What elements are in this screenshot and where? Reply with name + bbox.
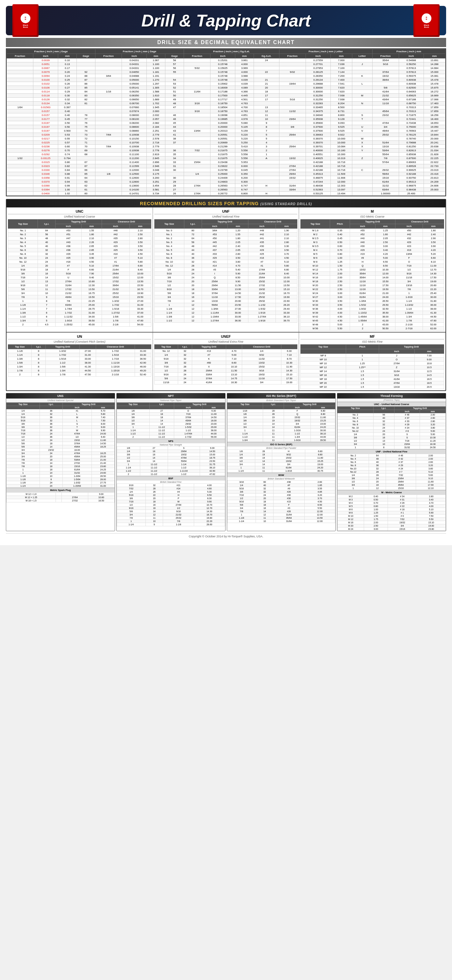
- table-row: MF 81J7.00: [301, 354, 444, 358]
- table-row: 1-1/481-7/3231.001-5/1633.30: [8, 353, 151, 357]
- unef-title: UNEF: [154, 334, 298, 339]
- th-tap-drill-mf: Tapping Drill: [379, 345, 444, 349]
- table-row: 11/162441/6416.303/419.00: [154, 380, 298, 385]
- table-row: 0.01340.34810.067001.702483/160.187504.7…: [7, 102, 446, 105]
- table-row: No. 1032#213.80#75.10: [154, 260, 298, 264]
- th-tap-size-m: Tap Size: [301, 220, 330, 229]
- table-row: 9/161833/6413.0019/3215.10: [154, 288, 298, 291]
- unc-section: UNC Unified National Coarse Tap Size t.p…: [6, 207, 153, 332]
- bsw-subtitle: British Standard Whitworth: [227, 477, 336, 480]
- table-row: 5/1632K7.1011/328.70: [154, 357, 298, 361]
- table-row: 1-1/4111-3/1630.75: [227, 469, 335, 473]
- table-row: 1-3/481-5/841.301-13/1646.00: [8, 365, 151, 369]
- th-tap-mm-unf: mm: [228, 224, 248, 229]
- th-tap-size-unc: Tap Size: [8, 220, 38, 229]
- th-pitch-m: Pitch: [330, 220, 350, 229]
- th-letter-4: Letter: [352, 54, 372, 59]
- table-row: 1/2361/29.40: [6, 436, 115, 439]
- nps-subtitle: National Pipe Straight: [117, 443, 225, 446]
- table-row: 5/1632L7.50: [6, 419, 115, 422]
- table-row: MF 181.541/6416.5: [301, 377, 444, 381]
- table-row: 1-1/411-1/21-1/238.00: [117, 429, 225, 432]
- iso-g-subtitle: British Standard Pipe Parallel: [227, 447, 336, 450]
- table-row: 0.03900.99620.136003.4542817/640.265636.…: [7, 184, 446, 188]
- th-mm-3: mm: [235, 54, 254, 59]
- table-row: 1-1/2111-3/444.00: [227, 436, 335, 439]
- th-tf-unc-b2: [373, 410, 394, 413]
- table-row: 0.01570.400.078742.0003/160.187504.76312…: [7, 110, 446, 113]
- table-row: 5/1632#93.55: [227, 487, 335, 490]
- th-npt-b2: [150, 406, 174, 409]
- table-row: 0.01020.26860.050001.297530.159024.03921…: [7, 82, 446, 86]
- table-row: 3/832T9.00: [6, 426, 115, 429]
- table-row: 1/432L5.80: [6, 412, 115, 416]
- table-row: 7/814#2612.00: [227, 510, 335, 513]
- recommended-drilling-section: RECOMMENDED DRILLING SIZES FOR TAPPING (…: [6, 199, 446, 391]
- th-tf-unc-drill: Tapping Drill: [394, 407, 446, 410]
- table-row: 11161/6424.20: [227, 466, 335, 469]
- table-row: 1111-3/1630.00: [227, 429, 335, 432]
- table-row: 7/1618W9.90: [117, 500, 225, 503]
- table-row: 0.03941.00610.141003.581270.265636.74733…: [7, 188, 446, 192]
- th-tpi-rc: t.p.i.: [263, 403, 284, 406]
- th-tap-drill1-unef: Tapping Drill: [192, 345, 226, 349]
- iso-bsp-section: ISO Rc Series (BSPT) British Standard Pi…: [227, 393, 336, 531]
- table-row: No. 440#432.26#293.50: [8, 240, 151, 244]
- table-row: 7/162447/6424.00: [6, 432, 115, 436]
- table-row: 0.01060.27850.051411.305520.160094.08920…: [7, 86, 446, 90]
- table-row: No. 440# 372.60: [337, 417, 446, 420]
- th-drill-rc: Tapping Drill: [284, 403, 335, 406]
- table-row: 1-1/211-1/21-47/6444.00: [117, 432, 225, 436]
- table-row: 1/436#15.70: [6, 409, 115, 412]
- col-group-3: Fraction | inch | mm | Gg./Let.: [184, 49, 279, 54]
- tf-unf-header: UNF - Unified National Fine: [337, 449, 446, 454]
- th-tf-unc-size: Tap Size: [337, 407, 373, 410]
- table-row: 1-1/881-3/3227.001-7/3231.00: [8, 349, 151, 353]
- table-row: M 222.5011/1619.507/822.20: [301, 288, 444, 291]
- table-row: No. 836# 293.20: [337, 464, 446, 467]
- table-row: 1/440#F1.85: [227, 484, 335, 487]
- table-row: 1/320.031250.7940.112002.845340.218755.5…: [7, 156, 446, 161]
- table-row: M 424.501-45/6438.001-3/444.50: [301, 315, 444, 319]
- table-row: No. 256#511.80#422.50: [8, 232, 151, 237]
- table-row: 3/81919/3215.25: [227, 419, 335, 422]
- table-row: 0.00790.20920.046501.181550.157484.00022…: [7, 70, 446, 74]
- table-row: 5/8149/1614.30: [117, 510, 225, 513]
- table-row: 1-1/2121-27/6436.001-9/1639.70: [154, 319, 298, 323]
- table-row: 1-1/8101-3/6426.50: [6, 475, 115, 478]
- th-fraction-3: Fraction: [184, 54, 210, 59]
- table-row: 5/81837/6414.50: [6, 442, 115, 445]
- table-row: 7/81125/3219.80: [117, 517, 225, 520]
- table-row: No. 544#372.65#293.50: [154, 248, 298, 252]
- th-tap-uns: Tap Size: [6, 403, 40, 406]
- table-row: No. 264# 462.00: [337, 454, 446, 457]
- th-fraction-5: Fraction: [372, 54, 399, 59]
- table-row: 0.03700.94630.128003.251290.248036.3000.…: [7, 180, 446, 184]
- table-row: 1/420#75.1017/646.80: [8, 264, 151, 268]
- unf-title: UNF: [154, 209, 298, 214]
- th-gage-2: Gage: [165, 54, 184, 59]
- table-row: No. 164#531.55#462.10: [8, 229, 151, 232]
- npt-title: NPT: [117, 393, 225, 399]
- table-row: 1/22029/6411.60: [337, 480, 446, 484]
- book-cover-left: BB BlackBook: [13, 4, 38, 37]
- th-tpi-unc: t.p.i.: [38, 220, 56, 229]
- table-row: 0.01770.45770.081002.057460.196854.97810…: [7, 117, 446, 121]
- th-tap-drill2-unef: [226, 345, 242, 349]
- th-clr-mm-unf: mm: [276, 224, 298, 229]
- table-row: 3/8165/167.9025/6410.00: [8, 272, 151, 276]
- page-title: Drill & Tapping Chart: [141, 11, 310, 30]
- subtitle-bar: DRILL SIZE & DECIMAL EQUIVALENT CHART: [6, 38, 446, 47]
- table-row: 0.01970.50760.082002.082450.200005.08090…: [7, 121, 446, 125]
- table-row: M 202.503/419.00: [337, 524, 446, 528]
- table-row: No. 632# 332.80: [337, 420, 446, 423]
- table-row: 1/828Q8.80: [227, 412, 335, 416]
- table-row: 7/162025/649.9015/3212.00: [154, 280, 298, 283]
- th-rc-inch: inch: [284, 406, 310, 409]
- table-row: 1-1/8121-3/6427.001-5/3229.40: [154, 307, 298, 311]
- th-mf-blank2: [346, 349, 379, 354]
- th-inch-3: inch: [210, 54, 235, 59]
- table-row: 1-3/861-7/3231.001-27/3237.00: [8, 311, 151, 315]
- table-row: M 20.40# 342.80: [337, 495, 446, 498]
- table-row: 3/41459/6423.50: [117, 460, 225, 463]
